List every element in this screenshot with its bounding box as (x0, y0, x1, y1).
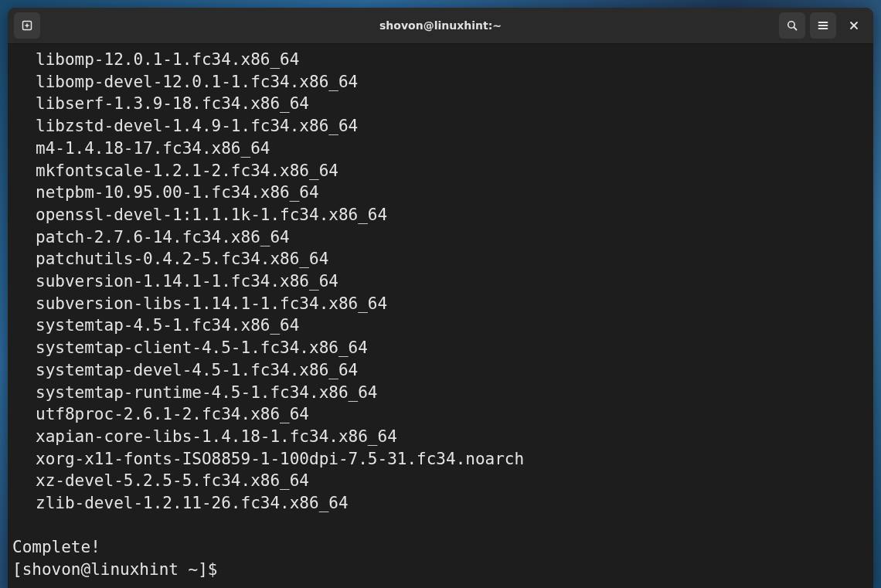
package-line: xorg-x11-fonts-ISO8859-1-100dpi-7.5-31.f… (12, 448, 869, 471)
menu-button[interactable] (810, 12, 836, 39)
package-line: zlib-devel-1.2.11-26.fc34.x86_64 (12, 492, 869, 515)
status-complete: Complete! (12, 536, 869, 559)
package-line: mkfontscale-1.2.1-2.fc34.x86_64 (12, 160, 869, 182)
package-line: libzstd-devel-1.4.9-1.fc34.x86_64 (12, 115, 869, 138)
package-line: systemtap-devel-4.5-1.fc34.x86_64 (12, 359, 869, 382)
new-tab-button[interactable] (14, 12, 40, 39)
titlebar-right (779, 12, 873, 39)
search-button[interactable] (779, 12, 805, 39)
blank-line (12, 515, 869, 537)
close-icon (848, 19, 860, 32)
terminal-window: shovon@linuxhint:~ (8, 8, 873, 588)
prompt-text: [shovon@linuxhint ~]$ (12, 560, 227, 579)
titlebar-left (8, 12, 40, 39)
package-line: m4-1.4.18-17.fc34.x86_64 (12, 138, 869, 160)
hamburger-icon (817, 19, 829, 32)
package-line: systemtap-client-4.5-1.fc34.x86_64 (12, 337, 869, 359)
package-line: libomp-devel-12.0.1-1.fc34.x86_64 (12, 71, 869, 93)
terminal-output[interactable]: libomp-12.0.1-1.fc34.x86_64libomp-devel-… (8, 44, 873, 588)
package-line: libomp-12.0.1-1.fc34.x86_64 (12, 49, 869, 71)
package-line: netpbm-10.95.00-1.fc34.x86_64 (12, 182, 869, 204)
package-line: systemtap-runtime-4.5-1.fc34.x86_64 (12, 382, 869, 404)
package-line: libserf-1.3.9-18.fc34.x86_64 (12, 93, 869, 115)
search-icon (786, 19, 798, 32)
package-line: patchutils-0.4.2-5.fc34.x86_64 (12, 248, 869, 270)
package-line: subversion-libs-1.14.1-1.fc34.x86_64 (12, 293, 869, 315)
package-line: xz-devel-5.2.5-5.fc34.x86_64 (12, 470, 869, 492)
window-title: shovon@linuxhint:~ (8, 19, 873, 32)
package-line: utf8proc-2.6.1-2.fc34.x86_64 (12, 403, 869, 426)
package-line: openssl-devel-1:1.1.1k-1.fc34.x86_64 (12, 204, 869, 226)
package-line: systemtap-4.5-1.fc34.x86_64 (12, 314, 869, 337)
close-button[interactable] (841, 12, 867, 39)
package-line: patch-2.7.6-14.fc34.x86_64 (12, 226, 869, 249)
package-line: xapian-core-libs-1.4.18-1.fc34.x86_64 (12, 426, 869, 448)
shell-prompt: [shovon@linuxhint ~]$ (12, 559, 869, 581)
cursor (227, 561, 237, 579)
package-line: subversion-1.14.1-1.fc34.x86_64 (12, 270, 869, 293)
svg-line-4 (794, 27, 796, 29)
new-tab-icon (21, 19, 33, 32)
titlebar: shovon@linuxhint:~ (8, 8, 873, 44)
